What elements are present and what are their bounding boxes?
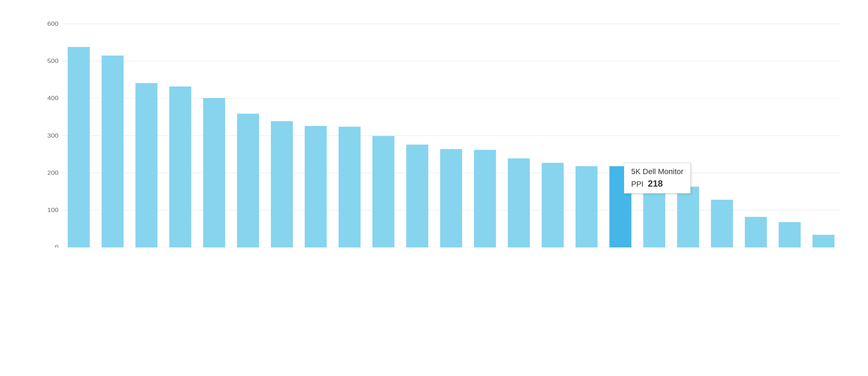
bar-chart: 0100200300400500600LG G3SamsungGalaxyNot… bbox=[42, 21, 847, 247]
bar-14[interactable] bbox=[542, 163, 564, 247]
bar-2[interactable] bbox=[135, 83, 157, 247]
bar-16[interactable] bbox=[609, 166, 631, 247]
bar-6[interactable] bbox=[271, 121, 293, 247]
bar-17[interactable] bbox=[643, 187, 665, 247]
bar-20[interactable] bbox=[745, 217, 767, 247]
bar-8[interactable] bbox=[339, 127, 361, 247]
bar-18[interactable] bbox=[677, 187, 699, 247]
bar-22[interactable] bbox=[812, 235, 834, 247]
bar-13[interactable] bbox=[508, 158, 530, 247]
svg-text:300: 300 bbox=[47, 132, 58, 139]
svg-text:500: 500 bbox=[47, 57, 58, 64]
bar-15[interactable] bbox=[576, 166, 597, 247]
bar-3[interactable] bbox=[169, 87, 191, 247]
bar-12[interactable] bbox=[474, 150, 496, 247]
bar-19[interactable] bbox=[711, 200, 733, 247]
bar-0[interactable] bbox=[68, 47, 90, 247]
svg-text:400: 400 bbox=[47, 95, 58, 101]
bar-10[interactable] bbox=[406, 145, 428, 247]
chart-container: 0100200300400500600LG G3SamsungGalaxyNot… bbox=[0, 0, 868, 376]
svg-text:100: 100 bbox=[47, 206, 58, 213]
bar-7[interactable] bbox=[305, 126, 327, 247]
bar-11[interactable] bbox=[440, 149, 462, 247]
bar-21[interactable] bbox=[779, 222, 801, 247]
bar-1[interactable] bbox=[102, 56, 123, 247]
svg-text:200: 200 bbox=[47, 169, 58, 176]
bar-9[interactable] bbox=[372, 136, 394, 247]
bar-4[interactable] bbox=[203, 98, 225, 247]
bar-5[interactable] bbox=[237, 114, 259, 247]
svg-text:600: 600 bbox=[47, 21, 58, 27]
svg-text:0: 0 bbox=[55, 244, 58, 247]
